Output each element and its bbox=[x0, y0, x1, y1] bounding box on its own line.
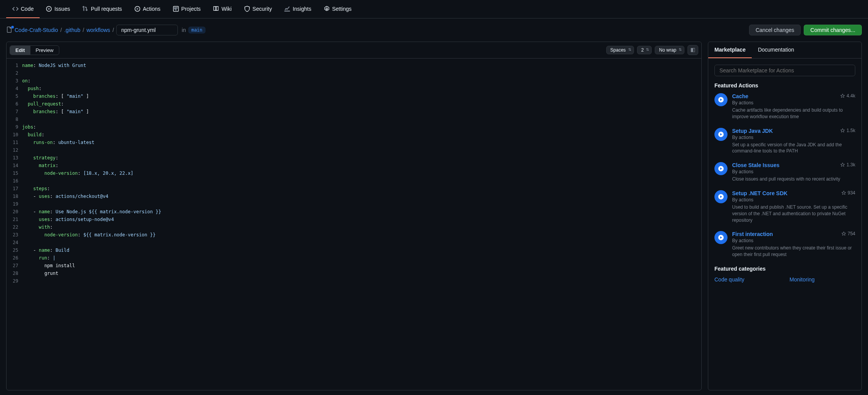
category-link[interactable]: Monitoring bbox=[789, 276, 855, 283]
action-stars: 754 bbox=[841, 231, 855, 236]
breadcrumb-sep: / bbox=[83, 27, 84, 33]
nav-tab-label: Code bbox=[21, 6, 33, 12]
nav-tab-label: Settings bbox=[332, 6, 352, 12]
action-title[interactable]: First interaction bbox=[732, 231, 773, 237]
nav-tab-wiki[interactable]: Wiki bbox=[207, 0, 237, 18]
action-description: Set up a specific version of the Java JD… bbox=[732, 142, 855, 155]
action-title[interactable]: Close Stale Issues bbox=[732, 162, 779, 168]
nav-tab-insights[interactable]: Insights bbox=[278, 0, 317, 18]
commit-button[interactable]: Commit changes... bbox=[804, 25, 862, 35]
editor-tab-group: Edit Preview bbox=[10, 45, 59, 55]
action-stars: 4.4k bbox=[840, 93, 855, 99]
action-stars: 1.3k bbox=[840, 162, 855, 167]
breadcrumb-sep: / bbox=[112, 27, 114, 33]
play-icon bbox=[714, 162, 728, 175]
play-icon bbox=[714, 231, 728, 244]
action-description: Used to build and publish .NET source. S… bbox=[732, 204, 855, 223]
play-icon bbox=[714, 128, 728, 141]
nav-tab-label: Pull requests bbox=[91, 6, 122, 12]
nav-tab-label: Wiki bbox=[221, 6, 231, 12]
repo-nav: CodeIssuesPull requestsActionsProjectsWi… bbox=[0, 0, 868, 18]
action-description: Cache artifacts like dependencies and bu… bbox=[732, 107, 855, 120]
action-item[interactable]: First interaction754By actionsGreet new … bbox=[714, 231, 855, 258]
documentation-tab[interactable]: Documentation bbox=[752, 42, 800, 58]
svg-point-1 bbox=[48, 8, 50, 10]
action-description: Close issues and pull requests with no r… bbox=[732, 176, 855, 182]
action-description: Greet new contributors when they create … bbox=[732, 245, 855, 258]
nav-tab-label: Issues bbox=[54, 6, 70, 12]
cancel-button[interactable]: Cancel changes bbox=[749, 25, 801, 35]
play-icon bbox=[714, 190, 728, 203]
nav-tab-pull-requests[interactable]: Pull requests bbox=[76, 0, 128, 18]
nav-tab-actions[interactable]: Actions bbox=[128, 0, 167, 18]
sidebar-toggle-icon[interactable] bbox=[687, 45, 698, 55]
edit-tab[interactable]: Edit bbox=[10, 46, 30, 55]
action-author: By actions bbox=[732, 169, 855, 174]
indent-size-select[interactable]: 2 bbox=[637, 46, 652, 54]
action-author: By actions bbox=[732, 238, 855, 243]
branch-badge[interactable]: main bbox=[188, 27, 206, 33]
marketplace-sidebar: Marketplace Documentation Featured Actio… bbox=[708, 42, 862, 390]
nav-tab-settings[interactable]: Settings bbox=[318, 0, 358, 18]
code-editor[interactable]: 1234567891011121314151617181920212223242… bbox=[7, 59, 701, 390]
editor-toolbar: Edit Preview Spaces 2 No wrap bbox=[7, 42, 701, 59]
nav-tab-projects[interactable]: Projects bbox=[167, 0, 207, 18]
breadcrumb-row: Code-Craft-Studio / .github / workflows … bbox=[0, 18, 868, 42]
category-link[interactable]: Code quality bbox=[714, 276, 780, 283]
nav-tab-security[interactable]: Security bbox=[238, 0, 278, 18]
action-title[interactable]: Setup .NET Core SDK bbox=[732, 190, 788, 196]
play-icon bbox=[714, 93, 728, 106]
breadcrumb-path1[interactable]: .github bbox=[64, 27, 80, 33]
action-stars: 934 bbox=[841, 190, 855, 196]
nav-tab-issues[interactable]: Issues bbox=[40, 0, 76, 18]
nav-tab-label: Security bbox=[253, 6, 272, 12]
nav-tab-code[interactable]: Code bbox=[6, 0, 40, 18]
action-author: By actions bbox=[732, 100, 855, 105]
action-author: By actions bbox=[732, 135, 855, 140]
action-item[interactable]: Close Stale Issues1.3kBy actionsClose is… bbox=[714, 162, 855, 182]
filename-input[interactable] bbox=[116, 25, 178, 35]
action-title[interactable]: Cache bbox=[732, 93, 748, 99]
marketplace-tab[interactable]: Marketplace bbox=[708, 42, 752, 58]
preview-tab[interactable]: Preview bbox=[30, 46, 59, 55]
featured-actions-heading: Featured Actions bbox=[714, 82, 855, 89]
nav-tab-label: Insights bbox=[293, 6, 311, 12]
featured-categories-heading: Featured categories bbox=[714, 266, 855, 272]
action-stars: 1.5k bbox=[840, 128, 855, 133]
nav-tab-label: Actions bbox=[143, 6, 161, 12]
file-edit-icon bbox=[6, 27, 12, 34]
wrap-select[interactable]: No wrap bbox=[655, 46, 684, 54]
nav-tab-label: Projects bbox=[181, 6, 201, 12]
breadcrumb-sep: / bbox=[60, 27, 62, 33]
action-title[interactable]: Setup Java JDK bbox=[732, 128, 773, 134]
breadcrumb-repo[interactable]: Code-Craft-Studio bbox=[15, 27, 58, 33]
in-label: in bbox=[182, 27, 186, 33]
indent-select[interactable]: Spaces bbox=[606, 46, 634, 54]
action-item[interactable]: Setup .NET Core SDK934By actionsUsed to … bbox=[714, 190, 855, 223]
marketplace-search-input[interactable] bbox=[714, 65, 855, 76]
action-author: By actions bbox=[732, 197, 855, 203]
action-item[interactable]: Cache4.4kBy actionsCache artifacts like … bbox=[714, 93, 855, 120]
action-item[interactable]: Setup Java JDK1.5kBy actionsSet up a spe… bbox=[714, 128, 855, 155]
svg-point-4 bbox=[326, 8, 328, 10]
breadcrumb-path2[interactable]: workflows bbox=[87, 27, 110, 33]
editor-panel: Edit Preview Spaces 2 No wrap 1234567891… bbox=[6, 42, 702, 390]
